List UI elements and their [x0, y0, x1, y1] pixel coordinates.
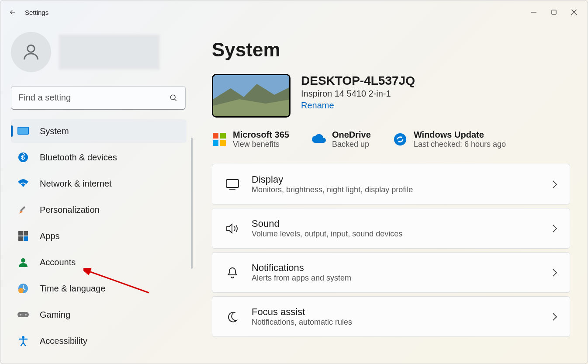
svg-rect-26: [213, 133, 218, 139]
card-sub: Notifications, automatic rules: [252, 318, 352, 327]
svg-rect-28: [213, 140, 218, 146]
svg-rect-27: [220, 133, 226, 139]
monitor-icon: [17, 125, 29, 137]
card-title: Display: [252, 174, 413, 185]
svg-rect-13: [18, 236, 23, 241]
chevron-right-icon: [552, 180, 557, 189]
svg-rect-10: [20, 206, 26, 212]
card-focus-assist[interactable]: Focus assistNotifications, automatic rul…: [212, 296, 570, 337]
moon-icon: [225, 311, 240, 322]
page-title: System: [212, 39, 570, 61]
svg-rect-14: [24, 236, 28, 241]
device-header: DESKTOP-4L537JQ Inspiron 14 5410 2-in-1 …: [212, 74, 570, 118]
bluetooth-icon: [17, 151, 29, 163]
close-button[interactable]: [564, 3, 584, 21]
arrow-left-icon: [9, 8, 17, 16]
wifi-icon: [17, 177, 29, 190]
sidebar-item-label: Gaming: [40, 310, 70, 320]
main-content: System DESKTOP-4L537JQ Inspiron 14 5410 …: [193, 24, 588, 364]
device-thumbnail[interactable]: [212, 74, 291, 118]
cloud-icon: [311, 132, 326, 147]
card-sub: Volume levels, output, input, sound devi…: [252, 229, 402, 239]
sidebar-item-label: Time & language: [40, 284, 105, 294]
card-title: Notifications: [252, 262, 351, 274]
sidebar-item-label: Network & internet: [40, 179, 112, 189]
titlebar: Settings: [0, 0, 588, 24]
svg-rect-31: [226, 180, 239, 187]
svg-rect-11: [18, 231, 23, 236]
sidebar-item-network[interactable]: Network & internet: [11, 172, 187, 195]
bell-icon: [225, 267, 240, 279]
status-title: Windows Update: [414, 130, 506, 140]
person-icon: [21, 42, 41, 62]
chevron-right-icon: [552, 312, 557, 321]
paintbrush-icon: [17, 204, 29, 216]
account-name-redacted: [59, 35, 159, 69]
svg-point-17: [18, 288, 24, 293]
status-sub: Last checked: 6 hours ago: [414, 140, 506, 149]
accessibility-icon: [17, 335, 29, 347]
sidebar-item-label: Personalization: [40, 205, 100, 215]
search-input[interactable]: [11, 86, 186, 110]
svg-line-6: [175, 99, 176, 101]
close-icon: [571, 10, 577, 15]
device-name: DESKTOP-4L537JQ: [301, 74, 415, 88]
status-microsoft365[interactable]: Microsoft 365View benefits: [212, 130, 289, 149]
gamepad-icon: [17, 309, 29, 321]
card-notifications[interactable]: NotificationsAlerts from apps and system: [212, 252, 570, 293]
back-button[interactable]: [4, 3, 21, 21]
maximize-icon: [551, 10, 557, 15]
card-title: Focus assist: [252, 306, 352, 318]
chevron-right-icon: [552, 224, 557, 233]
svg-point-19: [20, 314, 21, 315]
svg-point-21: [22, 336, 24, 339]
card-title: Sound: [252, 218, 402, 229]
card-display[interactable]: DisplayMonitors, brightness, night light…: [212, 164, 570, 205]
sidebar-item-time[interactable]: Time & language: [11, 277, 187, 300]
status-onedrive[interactable]: OneDriveBacked up: [311, 130, 371, 149]
svg-rect-1: [552, 10, 556, 14]
svg-point-20: [25, 314, 27, 315]
svg-rect-12: [24, 231, 28, 236]
sidebar-item-label: Accounts: [40, 257, 76, 267]
sidebar-item-bluetooth[interactable]: Bluetooth & devices: [11, 146, 187, 169]
device-model: Inspiron 14 5410 2-in-1: [301, 89, 415, 99]
status-windows-update[interactable]: Windows UpdateLast checked: 6 hours ago: [393, 130, 506, 149]
maximize-button[interactable]: [544, 3, 564, 21]
sidebar-item-accessibility[interactable]: Accessibility: [11, 329, 187, 353]
rename-link[interactable]: Rename: [301, 101, 334, 111]
svg-point-4: [28, 45, 35, 52]
minimize-button[interactable]: [524, 3, 544, 21]
svg-rect-29: [220, 140, 226, 146]
search-container: [11, 86, 187, 110]
status-row: Microsoft 365View benefits OneDriveBacke…: [212, 130, 570, 149]
sidebar-item-label: Apps: [40, 231, 60, 241]
sidebar-item-gaming[interactable]: Gaming: [11, 303, 187, 326]
sidebar-item-label: Bluetooth & devices: [40, 153, 117, 163]
sidebar-item-accounts[interactable]: Accounts: [11, 250, 187, 274]
sound-icon: [225, 223, 240, 234]
sidebar-item-label: System: [40, 126, 69, 136]
sidebar-item-apps[interactable]: Apps: [11, 224, 187, 248]
status-sub: View benefits: [233, 140, 289, 149]
minimize-icon: [531, 10, 536, 15]
avatar: [11, 32, 51, 72]
sidebar-item-label: Accessibility: [40, 336, 87, 346]
card-sub: Monitors, brightness, night light, displ…: [252, 185, 413, 194]
sidebar-item-personalization[interactable]: Personalization: [11, 198, 187, 222]
svg-point-15: [21, 258, 25, 263]
account-header[interactable]: [11, 32, 187, 72]
card-sound[interactable]: SoundVolume levels, output, input, sound…: [212, 208, 570, 249]
search-icon: [169, 94, 178, 102]
svg-point-5: [170, 95, 175, 100]
person-accent-icon: [17, 256, 29, 268]
clock-globe-icon: [17, 282, 29, 295]
card-sub: Alerts from apps and system: [252, 274, 351, 283]
chevron-right-icon: [552, 268, 557, 277]
window-controls: [524, 3, 584, 21]
sync-icon: [393, 132, 408, 147]
svg-rect-18: [17, 312, 29, 317]
display-icon: [225, 179, 240, 190]
app-title: Settings: [25, 9, 48, 16]
sidebar-item-system[interactable]: System: [11, 119, 187, 143]
